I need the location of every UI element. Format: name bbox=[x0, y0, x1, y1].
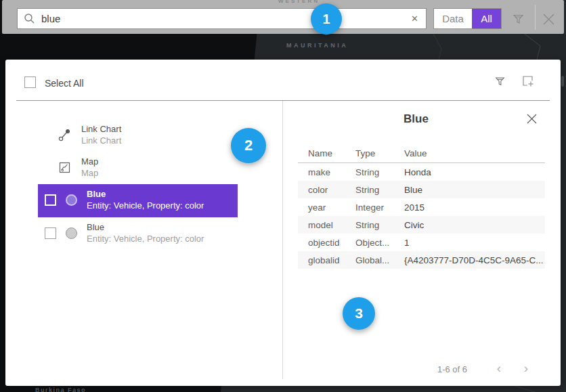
table-row: model String Civic bbox=[298, 216, 545, 234]
callout-number: 1 bbox=[322, 12, 330, 27]
pagination-prev-button[interactable]: ‹ bbox=[492, 360, 506, 376]
attr-type: String bbox=[355, 167, 379, 177]
toolbar-divider bbox=[535, 5, 536, 30]
search-input[interactable] bbox=[35, 9, 404, 28]
attr-name: year bbox=[308, 202, 326, 213]
attr-value: Blue bbox=[404, 185, 422, 195]
add-to-selection-icon[interactable] bbox=[521, 74, 534, 87]
link-chart-icon bbox=[58, 129, 71, 141]
callout-number: 3 bbox=[355, 305, 363, 322]
result-item-blue-selected[interactable]: Blue Entity: Vehicle, Property: color bbox=[38, 184, 238, 217]
result-subtitle: Link Chart bbox=[81, 135, 121, 146]
pagination-next-button[interactable]: › bbox=[519, 360, 533, 376]
scope-option-data[interactable]: Data bbox=[434, 9, 472, 28]
attr-value: Civic bbox=[404, 220, 424, 230]
attr-type: String bbox=[355, 220, 379, 230]
result-subtitle: Entity: Vehicle, Property: color bbox=[87, 233, 204, 244]
select-all-label: Select All bbox=[45, 78, 84, 89]
search-box bbox=[17, 8, 404, 29]
attr-type: Global... bbox=[355, 255, 389, 265]
result-title: Blue bbox=[87, 188, 106, 200]
results-panel: Select All Link Chart Link Chart Map Map… bbox=[5, 60, 561, 386]
column-header-value: Value bbox=[404, 148, 427, 158]
attr-type: Object... bbox=[355, 238, 389, 248]
search-icon bbox=[24, 13, 35, 24]
entity-circle-icon bbox=[66, 194, 77, 206]
attr-name: model bbox=[308, 220, 333, 230]
table-row: globalid Global... {A4203777-D70D-4C5C-9… bbox=[298, 251, 545, 269]
column-header-name: Name bbox=[308, 148, 332, 158]
result-checkbox[interactable] bbox=[45, 194, 56, 206]
map-label-mauritania: MAURITANIA bbox=[286, 42, 348, 49]
map-label-western-sahara: WESTERN bbox=[278, 0, 320, 4]
header-divider bbox=[16, 100, 550, 101]
result-checkbox[interactable] bbox=[45, 227, 56, 239]
callout-badge-3: 3 bbox=[343, 297, 375, 330]
attr-value: 2015 bbox=[404, 202, 424, 213]
attr-value: Honda bbox=[404, 167, 431, 177]
result-subtitle: Entity: Vehicle, Property: color bbox=[87, 200, 204, 211]
result-title: Blue bbox=[87, 221, 104, 233]
callout-badge-1: 1 bbox=[311, 3, 342, 35]
search-toolbar: WESTERN ✕ Data All bbox=[2, 0, 564, 34]
table-row: color String Blue bbox=[298, 181, 545, 198]
attr-name: color bbox=[308, 185, 328, 195]
clear-x-icon: ✕ bbox=[411, 14, 418, 24]
clear-search-button[interactable]: ✕ bbox=[404, 8, 427, 29]
filter-icon[interactable] bbox=[512, 12, 525, 25]
attr-type: Integer bbox=[355, 202, 384, 213]
table-row: make String Honda bbox=[298, 163, 545, 181]
scope-toggle: Data All bbox=[433, 8, 502, 29]
map-icon bbox=[58, 161, 71, 174]
results-filter-icon[interactable] bbox=[494, 75, 506, 87]
attr-value: {A4203777-D70D-4C5C-9A65-C... bbox=[404, 255, 543, 265]
map-scrollbar-nub[interactable] bbox=[561, 76, 564, 87]
close-search-icon[interactable] bbox=[542, 13, 555, 26]
callout-number: 2 bbox=[244, 137, 253, 154]
attr-type: String bbox=[355, 185, 379, 195]
result-title: Link Chart bbox=[81, 123, 121, 135]
table-row: objectid Object... 1 bbox=[298, 234, 545, 251]
result-item-map[interactable]: Map Map bbox=[38, 152, 238, 184]
attr-name: make bbox=[308, 167, 330, 177]
callout-badge-2: 2 bbox=[231, 128, 266, 163]
attr-name: objectid bbox=[308, 238, 340, 248]
pagination-label: 1-6 of 6 bbox=[412, 364, 493, 374]
detail-title: Blue bbox=[282, 112, 550, 126]
attr-name: globalid bbox=[308, 255, 340, 265]
result-title: Map bbox=[81, 156, 98, 167]
map-label-burkina-faso: Burkina Faso bbox=[35, 387, 86, 392]
column-header-type: Type bbox=[355, 148, 375, 158]
result-item-blue[interactable]: Blue Entity: Vehicle, Property: color bbox=[38, 217, 238, 250]
table-row: year Integer 2015 bbox=[298, 198, 545, 216]
list-detail-divider bbox=[282, 101, 283, 379]
result-subtitle: Map bbox=[81, 167, 98, 179]
attribute-table: make String Honda color String Blue year… bbox=[298, 163, 545, 269]
select-all-checkbox[interactable] bbox=[24, 77, 36, 88]
detail-close-icon[interactable] bbox=[526, 113, 538, 125]
search-results-screen: { "map": { "label_top": "WESTERN", "labe… bbox=[0, 0, 566, 392]
result-item-link-chart[interactable]: Link Chart Link Chart bbox=[38, 119, 238, 152]
entity-circle-icon bbox=[66, 227, 77, 239]
scope-option-all[interactable]: All bbox=[472, 9, 501, 28]
attr-value: 1 bbox=[404, 238, 410, 248]
